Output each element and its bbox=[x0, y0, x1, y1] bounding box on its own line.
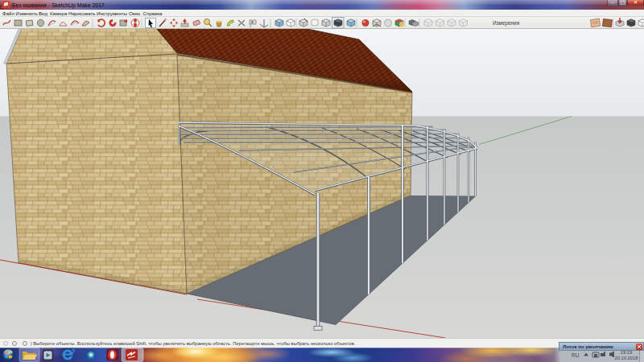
svg-text:Вид: Вид bbox=[39, 10, 47, 16]
svg-text:Без названия - SketchUp Make 2: Без названия - SketchUp Make 2017 bbox=[12, 2, 105, 9]
svg-text:Инструменты: Инструменты bbox=[97, 10, 127, 16]
svg-text:Справка: Справка bbox=[143, 10, 163, 16]
svg-text:20.10.2018: 20.10.2018 bbox=[614, 356, 638, 360]
svg-text:Окно: Окно bbox=[129, 10, 141, 16]
svg-text:A: A bbox=[251, 20, 254, 24]
svg-text:RU: RU bbox=[572, 352, 580, 358]
svg-text:Нарисовать: Нарисовать bbox=[68, 10, 95, 16]
svg-text:| Выберите объекты. Воспользу: | Выберите объекты. Воспользуйтесь клави… bbox=[31, 341, 356, 346]
svg-text:Лоток по умолчанию: Лоток по умолчанию bbox=[563, 343, 613, 349]
svg-text:Файл: Файл bbox=[2, 10, 14, 16]
svg-text:Изменить: Изменить bbox=[16, 10, 39, 16]
svg-text:Камера: Камера bbox=[50, 10, 68, 16]
svg-text:Измерения: Измерения bbox=[493, 20, 520, 27]
